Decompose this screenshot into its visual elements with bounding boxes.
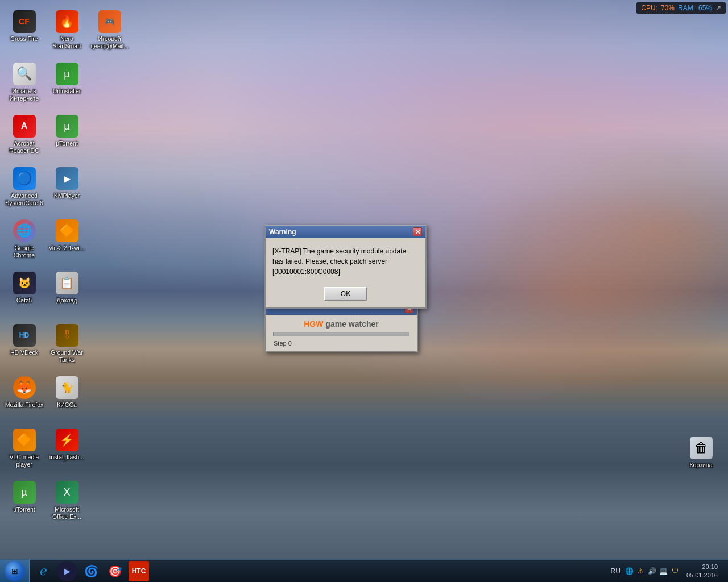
uninstall-icon: µ	[56, 63, 78, 85]
warning-message: [X-TRAP] The game security module update…	[266, 238, 425, 282]
hgw-game-watcher-dialog: ✕ HGW game watcher Step 0	[264, 301, 418, 352]
hgw-content: HGW game watcher Step 0	[266, 315, 417, 351]
ie-icon: ℯ	[40, 564, 47, 579]
target-icon: 🎯	[108, 564, 122, 578]
firefox-icon: 🦊	[13, 376, 36, 399]
excel-icon: X	[56, 481, 78, 504]
desktop-icon-vlc-big[interactable]: 🔶 vlc-2.2.1-wi...	[46, 215, 88, 266]
igrovoy-label: Игровой центр@Mail...	[89, 35, 130, 49]
crossfire-icon: CF	[13, 10, 36, 33]
clock-time: 20:10	[686, 563, 718, 571]
start-button[interactable]: ⊞	[0, 560, 30, 583]
hgw-brand-rest: game watcher	[323, 319, 378, 329]
system-tray: RU 🌐 ⚠ 🔊 💻 🛡	[609, 567, 680, 576]
igrovoy-icon: 🎮	[98, 10, 121, 33]
tray-network-icon[interactable]: 🌐	[625, 567, 634, 576]
cats-icon: 🐱	[13, 272, 36, 294]
warning-titlebar: Warning ✕	[266, 226, 425, 238]
advanced-label: Advanced SystemCare 6	[4, 192, 45, 206]
ram-label: RAM:	[678, 4, 695, 12]
search-icon: 🔍	[13, 63, 36, 85]
doklad-label: Доклад	[57, 297, 77, 304]
hgw-step-label: Step 0	[272, 340, 292, 347]
htc-icon: HTC	[132, 567, 146, 575]
kmplayer-icon: ▶	[56, 167, 78, 190]
taskbar-htc-button[interactable]: HTC	[129, 561, 149, 581]
desktop-icon-firefox[interactable]: 🦊 Mozilla Firefox	[3, 372, 46, 423]
tray-warning-icon[interactable]: ⚠	[636, 567, 646, 576]
search-label: Искать в Интернете	[4, 88, 45, 102]
desktop-icon-igrovoy[interactable]: 🎮 Игровой центр@Mail...	[88, 6, 131, 57]
recycle-icon: 🗑	[690, 436, 713, 459]
utorrent-label: µTorrent	[56, 140, 78, 147]
advanced-icon: 🔵	[13, 167, 36, 190]
groundwar-icon: 🎖	[56, 324, 78, 347]
vlc-big-label: vlc-2.2.1-wi...	[49, 244, 85, 252]
desktop-icon-flash[interactable]: ⚡ instal_flash...	[46, 424, 88, 475]
crossfire-label: Cross Fire	[10, 35, 38, 43]
desktop: CPU: 70% RAM: 65% ↗ CF Cross Fire 🔍 Иска…	[0, 0, 728, 582]
desktop-icon-excel[interactable]: X Microsoft Office Ex...	[46, 476, 88, 527]
tray-volume-icon[interactable]: 🔊	[648, 567, 657, 576]
kisca-icon: 🐈	[56, 376, 78, 399]
desktop-icon-hdvdeck[interactable]: HD HD VDeck	[3, 319, 46, 371]
warning-ok-button[interactable]: OK	[324, 287, 367, 301]
chrome-label: Google Chrome	[4, 244, 45, 259]
taskbar-ie-button[interactable]: ℯ	[33, 561, 53, 581]
hdvdeck-label: HD VDeck	[10, 349, 38, 356]
taskbar-quick-launch: ℯ ▶ 🌀 🎯 HTC	[30, 561, 152, 581]
warning-title: Warning	[269, 228, 296, 236]
recycle-label: Корзина	[690, 462, 713, 469]
nero-icon: 🔥	[56, 10, 78, 33]
desktop-icon-doklad[interactable]: 📋 Доклад	[46, 267, 88, 318]
media-icon: ▶	[64, 567, 71, 576]
tray-shield-icon[interactable]: 🛡	[671, 567, 680, 576]
chrome-taskbar-icon: 🌀	[84, 564, 98, 578]
cpu-label: CPU:	[641, 4, 657, 12]
vlc-big-icon: 🔶	[56, 219, 78, 242]
ram-value: 65%	[698, 4, 712, 12]
desktop-icon-utorrent[interactable]: µ µTorrent	[46, 110, 88, 161]
desktop-icon-acrobat[interactable]: A Acrobat Reader DC	[3, 110, 46, 161]
desktop-icon-crossfire[interactable]: CF Cross Fire	[3, 6, 46, 57]
taskbar: ⊞ ℯ ▶ 🌀 🎯 HTC RU 🌐	[0, 559, 728, 582]
desktop-icon-nero[interactable]: 🔥 Nero StartSmart	[46, 6, 88, 57]
desktop-icon-chrome[interactable]: 🌐 Google Chrome	[3, 215, 46, 266]
desktop-icon-kmplayer[interactable]: ▶ KMPlayer	[46, 163, 88, 214]
desktop-icon-search[interactable]: 🔍 Искать в Интернете	[3, 58, 46, 109]
expand-icon[interactable]: ↗	[715, 4, 721, 12]
chrome-icon: 🌐	[13, 219, 36, 242]
desktop-icon-uninstall[interactable]: µ Uninstaller	[46, 58, 88, 109]
kmplayer-label: KMPlayer	[54, 192, 80, 199]
windows-orb: ⊞	[5, 561, 25, 581]
taskbar-chrome-button[interactable]: 🌀	[81, 561, 101, 581]
warning-dialog: Warning ✕ [X-TRAP] The game security mod…	[264, 225, 427, 309]
cpu-value: 70%	[661, 4, 675, 12]
warning-close-button[interactable]: ✕	[413, 227, 422, 236]
hdvdeck-icon: HD	[13, 324, 36, 347]
firefox-label: Mozilla Firefox	[5, 401, 44, 409]
clock-date: 05.01.2016	[686, 571, 718, 579]
desktop-icon-advanced[interactable]: 🔵 Advanced SystemCare 6	[3, 163, 46, 214]
hgw-brand-hgw: HGW	[304, 319, 323, 329]
hgw-brand: HGW game watcher	[304, 319, 378, 329]
vlcmedia-icon: 🔶	[13, 429, 36, 451]
utorrent2-icon: µ	[13, 481, 36, 504]
utorrent2-label: uTorrent	[13, 506, 35, 513]
cats-label: Catz5	[16, 297, 32, 304]
flash-label: instal_flash...	[49, 454, 84, 461]
desktop-icon-kisca[interactable]: 🐈 КИСCa	[46, 372, 88, 423]
desktop-icon-cats[interactable]: 🐱 Catz5	[3, 267, 46, 318]
desktop-icon-recycle[interactable]: 🗑 Корзина	[680, 432, 722, 483]
taskbar-media-button[interactable]: ▶	[57, 561, 77, 581]
taskbar-clock[interactable]: 20:10 05.01.2016	[682, 563, 722, 579]
tray-monitor-icon[interactable]: 💻	[659, 567, 668, 576]
excel-label: Microsoft Office Ex...	[47, 506, 88, 520]
uninstall-label: Uninstaller	[53, 88, 81, 95]
desktop-icon-groundwar[interactable]: 🎖 Ground War Tanks	[46, 319, 88, 371]
desktop-icon-vlcmedia[interactable]: 🔶 VLC media player	[3, 424, 46, 475]
desktop-icon-utorrent2[interactable]: µ uTorrent	[3, 476, 46, 527]
lang-indicator[interactable]: RU	[609, 567, 623, 575]
nero-label: Nero StartSmart	[47, 35, 88, 49]
taskbar-target-button[interactable]: 🎯	[105, 561, 125, 581]
